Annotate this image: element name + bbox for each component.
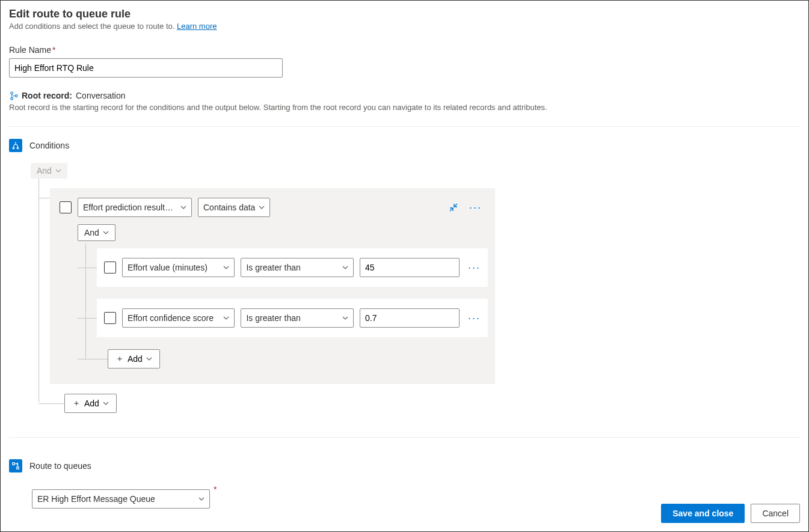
- row-value-input[interactable]: [360, 258, 460, 277]
- queue-dropdown[interactable]: ER High Effort Message Queue: [32, 489, 210, 509]
- chevron-down-icon: [223, 315, 229, 321]
- rule-name-label: Rule Name*: [9, 45, 800, 55]
- group-operator-dropdown[interactable]: Contains data: [198, 198, 270, 217]
- chevron-down-icon: [103, 400, 109, 406]
- plus-icon: ＋: [115, 353, 124, 364]
- rule-name-label-text: Rule Name: [9, 45, 51, 55]
- row-value-input[interactable]: [360, 308, 460, 328]
- page-subtitle: Add conditions and select the queue to r…: [9, 22, 800, 31]
- more-icon[interactable]: ···: [468, 312, 481, 325]
- row-operator-dropdown[interactable]: Is greater than: [241, 308, 353, 328]
- outer-logic-operator-label: And: [37, 166, 52, 176]
- route-title: Route to queues: [29, 461, 91, 471]
- row-operator-value: Is greater than: [246, 263, 300, 272]
- condition-row: Effort confidence score Is greater than: [97, 299, 488, 337]
- svg-point-3: [13, 147, 14, 149]
- inner-logic-operator-label: And: [84, 228, 99, 237]
- rule-name-input[interactable]: [9, 58, 283, 78]
- chevron-down-icon: [103, 230, 109, 236]
- save-and-close-button[interactable]: Save and close: [661, 504, 745, 523]
- chevron-down-icon: [342, 264, 348, 271]
- chevron-down-icon: [342, 315, 348, 321]
- condition-group: Effort prediction result… Contains data: [50, 188, 495, 384]
- more-icon[interactable]: ···: [468, 261, 481, 274]
- group-field-value: Effort prediction result…: [83, 203, 173, 212]
- plus-icon: ＋: [72, 398, 81, 409]
- divider: [9, 437, 800, 438]
- subtitle-text: Add conditions and select the queue to r…: [9, 22, 177, 31]
- cancel-button[interactable]: Cancel: [751, 504, 800, 523]
- footer-actions: Save and close Cancel: [661, 504, 800, 523]
- add-button-label: Add: [84, 399, 99, 408]
- add-button-label: Add: [128, 354, 143, 364]
- group-checkbox[interactable]: [60, 201, 72, 213]
- row-field-value: Effort value (minutes): [128, 263, 208, 272]
- chevron-down-icon: [223, 264, 229, 271]
- conditions-section-header: Conditions: [9, 139, 800, 152]
- route-icon: [9, 459, 22, 472]
- page-title: Edit route to queue rule: [9, 8, 800, 20]
- svg-point-0: [11, 91, 13, 94]
- root-record-row: Root record: Conversation: [9, 91, 800, 100]
- add-condition-button[interactable]: ＋ Add: [108, 349, 160, 368]
- row-operator-dropdown[interactable]: Is greater than: [241, 258, 353, 277]
- chevron-down-icon: [146, 356, 152, 362]
- required-asterisk: *: [52, 45, 55, 55]
- required-asterisk: *: [214, 485, 217, 494]
- svg-rect-5: [13, 463, 15, 465]
- add-group-button[interactable]: ＋ Add: [64, 394, 117, 413]
- inner-logic-operator[interactable]: And: [78, 224, 115, 241]
- outer-logic-operator[interactable]: And: [31, 163, 67, 179]
- svg-point-1: [11, 97, 13, 100]
- row-field-dropdown[interactable]: Effort confidence score: [122, 308, 235, 328]
- row-operator-value: Is greater than: [246, 313, 300, 323]
- row-checkbox[interactable]: [104, 261, 116, 274]
- route-section-header: Route to queues: [9, 459, 800, 472]
- svg-rect-6: [17, 467, 19, 469]
- divider: [9, 126, 800, 127]
- more-icon[interactable]: ···: [469, 201, 482, 214]
- root-record-label: Root record:: [22, 91, 72, 100]
- group-operator-value: Contains data: [203, 203, 255, 212]
- hierarchy-icon: [9, 91, 18, 100]
- conditions-title: Conditions: [29, 141, 69, 150]
- row-field-dropdown[interactable]: Effort value (minutes): [122, 258, 235, 277]
- svg-point-4: [17, 147, 19, 149]
- chevron-down-icon: [259, 204, 265, 210]
- queue-selected-value: ER High Effort Message Queue: [37, 494, 155, 504]
- chevron-down-icon: [55, 168, 61, 174]
- root-record-description: Root record is the starting record for t…: [9, 103, 800, 112]
- row-field-value: Effort confidence score: [128, 313, 214, 323]
- root-record-value: Conversation: [76, 91, 126, 100]
- row-checkbox[interactable]: [104, 312, 116, 324]
- svg-point-2: [15, 94, 17, 97]
- chevron-down-icon: [198, 496, 205, 502]
- group-field-dropdown[interactable]: Effort prediction result…: [78, 198, 192, 217]
- collapse-icon[interactable]: [449, 203, 458, 212]
- conditions-icon: [9, 139, 22, 152]
- condition-row: Effort value (minutes) Is greater than: [97, 248, 488, 287]
- learn-more-link[interactable]: Learn more: [177, 22, 217, 31]
- chevron-down-icon: [180, 204, 186, 210]
